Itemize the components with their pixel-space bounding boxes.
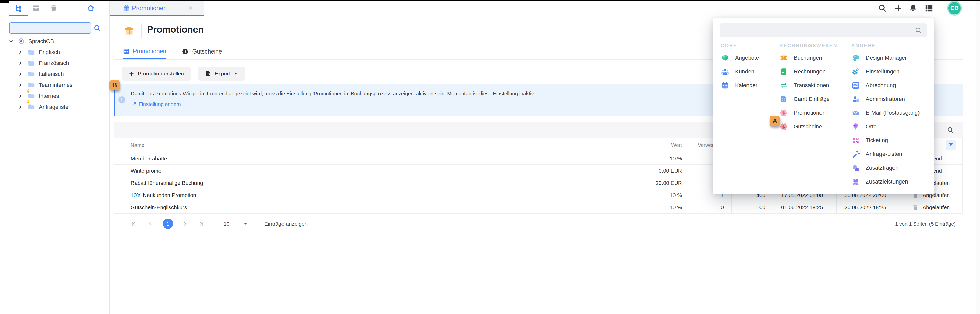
- chevron-down-icon: [234, 71, 239, 76]
- scrollbar[interactable]: [976, 0, 980, 314]
- table-row[interactable]: Gutschein-Englischkurs10 %010001.06.2022…: [114, 201, 963, 214]
- notifications-icon[interactable]: [908, 3, 918, 13]
- chevron-right-icon[interactable]: [18, 50, 24, 54]
- status-label: Abgelaufen: [923, 205, 950, 211]
- gift-icon: [124, 25, 135, 36]
- table-cell: Rabatt für erstmalige Buchung: [114, 177, 647, 189]
- launcher-item[interactable]: Buchungen: [780, 51, 848, 65]
- tree-item[interactable]: SprachCB: [0, 36, 110, 47]
- current-page-button[interactable]: 1: [163, 219, 173, 229]
- launcher-section-title: CORE: [721, 40, 776, 51]
- trash-icon[interactable]: [49, 4, 58, 13]
- link-label: Einstellung ändern: [138, 101, 181, 107]
- home-icon[interactable]: [86, 4, 95, 13]
- launcher-item[interactable]: Abrechnung: [851, 78, 929, 92]
- add-icon[interactable]: [894, 3, 903, 13]
- table-cell: Winterpromo: [114, 165, 647, 177]
- create-promotion-button[interactable]: Promotion erstellen: [122, 67, 191, 81]
- launcher-item[interactable]: Administratoren: [851, 92, 929, 106]
- launcher-item[interactable]: $Promotionen: [780, 106, 848, 120]
- svg-text:$: $: [185, 50, 187, 54]
- magic-wand-icon: [851, 150, 860, 159]
- folder-icon: [27, 59, 35, 67]
- chat-bubbles-icon: [851, 163, 860, 172]
- search-icon: [915, 27, 922, 34]
- launcher-item-label: Design Manager: [865, 54, 907, 61]
- tree-item[interactable]: Italienisch: [0, 68, 110, 79]
- launcher-item[interactable]: Ticketing: [851, 133, 929, 147]
- ticket-icon: [780, 54, 788, 62]
- tree-item-label: Italienisch: [39, 71, 64, 78]
- tree-item-label: Anfrageliste: [39, 104, 68, 110]
- launcher-item-label: Angebote: [735, 54, 759, 61]
- tree-item[interactable]: Englisch: [0, 47, 110, 58]
- launcher-item[interactable]: E-Mail (Postausgang): [851, 106, 929, 120]
- launcher-item-label: Transaktionen: [794, 82, 829, 89]
- launcher-item-label: Abrechnung: [865, 82, 896, 89]
- launcher-item[interactable]: $Gutscheine: [780, 120, 848, 133]
- chevron-right-icon[interactable]: [18, 105, 24, 109]
- launcher-item[interactable]: Kalender: [721, 78, 776, 92]
- launcher-item[interactable]: Transaktionen: [780, 78, 848, 92]
- avatar[interactable]: CB: [947, 1, 962, 16]
- launcher-section: COREAngeboteKundenKalender: [721, 40, 776, 92]
- tree-item[interactable]: Internes: [0, 90, 110, 101]
- previous-page-icon[interactable]: [147, 221, 153, 227]
- last-page-icon[interactable]: [198, 221, 204, 227]
- launcher-item[interactable]: Kunden: [721, 65, 776, 78]
- svg-text:$: $: [783, 111, 785, 116]
- tree-item-label: SprachCB: [28, 38, 54, 44]
- button-label: Export: [215, 71, 230, 77]
- launcher-item[interactable]: Orte: [851, 120, 929, 133]
- launcher-item[interactable]: Angebote: [721, 51, 776, 65]
- launcher-item[interactable]: Rechnungen: [780, 65, 848, 78]
- tab-promotionen[interactable]: Promotionen: [123, 44, 166, 59]
- launcher-item[interactable]: Zusatzfragen: [851, 161, 929, 175]
- invoice-icon: [780, 67, 788, 76]
- pagination: 1 10 Einträge anzeigen 1 von 1 Seiten (5…: [114, 214, 963, 234]
- next-page-icon[interactable]: [182, 221, 188, 227]
- archive-icon[interactable]: [32, 4, 40, 13]
- launcher-item[interactable]: Anfrage-Listen: [851, 147, 929, 161]
- launcher-search-input[interactable]: [720, 24, 927, 37]
- page-size-value[interactable]: 10: [224, 221, 229, 227]
- plus-icon: [129, 71, 135, 77]
- open-tab-promotionen[interactable]: Promotionen: [110, 0, 204, 16]
- tree-icon[interactable]: [14, 4, 23, 13]
- tab-gutscheine[interactable]: $ Gutscheine: [182, 44, 222, 59]
- tree-item[interactable]: Französisch: [0, 58, 110, 68]
- launcher-item[interactable]: Zusatzleistungen: [851, 175, 929, 189]
- search-icon[interactable]: [878, 3, 887, 13]
- search-icon[interactable]: [94, 24, 101, 32]
- export-button[interactable]: Export: [198, 67, 245, 81]
- table-cell: 20.00 EUR: [647, 177, 690, 189]
- tree-item[interactable]: Anfrageliste: [0, 101, 110, 113]
- launcher-item[interactable]: Design Manager: [851, 51, 929, 65]
- chevron-right-icon[interactable]: [18, 83, 24, 87]
- launcher-item[interactable]: Camt Einträge: [780, 92, 848, 106]
- change-setting-link[interactable]: Einstellung ändern: [131, 101, 181, 107]
- page-title: Promotionen: [147, 22, 204, 37]
- chevron-down-icon[interactable]: [9, 38, 14, 44]
- status-cell: Abgelaufen: [900, 201, 963, 213]
- marker-a: A: [770, 116, 780, 127]
- app-launcher-panel: COREAngeboteKundenKalenderRECHNUNGSWESEN…: [713, 18, 934, 195]
- app-grid-icon[interactable]: [924, 3, 934, 13]
- chevron-right-icon[interactable]: [18, 72, 24, 76]
- search-icon[interactable]: [947, 127, 954, 133]
- chevron-right-icon[interactable]: [18, 61, 24, 65]
- close-icon[interactable]: [187, 5, 194, 11]
- launcher-item[interactable]: Einstellungen: [851, 65, 929, 78]
- scroll-up-icon[interactable]: [977, 2, 980, 4]
- first-page-icon[interactable]: [130, 221, 137, 227]
- app-window: SprachCBEnglischFranzösischItalienischTe…: [0, 0, 980, 314]
- transfer-icon: [780, 81, 788, 90]
- filter-button[interactable]: [945, 140, 956, 151]
- tree-item[interactable]: Teaminternes: [0, 79, 110, 90]
- column-header: Name: [114, 138, 647, 152]
- table-cell: 0.00 EUR: [647, 165, 690, 177]
- chevron-right-icon[interactable]: [18, 94, 24, 98]
- caret-down-icon[interactable]: [243, 222, 248, 226]
- sidebar-search-input[interactable]: [10, 23, 91, 33]
- table-cell: 10 %: [647, 189, 690, 201]
